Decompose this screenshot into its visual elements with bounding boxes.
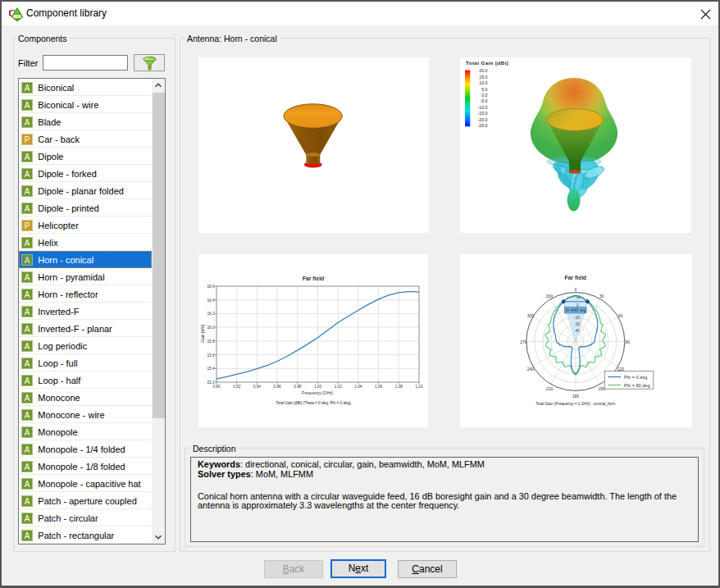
svg-text:5.0: 5.0 — [481, 87, 487, 92]
svg-text:1.10: 1.10 — [415, 385, 423, 389]
svg-text:270: 270 — [520, 340, 527, 344]
svg-text:0.0: 0.0 — [481, 93, 487, 98]
svg-text:10.0: 10.0 — [479, 80, 487, 85]
svg-text:1.06: 1.06 — [375, 385, 383, 389]
svg-text:Far field: Far field — [565, 275, 586, 280]
svg-text:Phi = 0 deg: Phi = 0 deg — [624, 375, 647, 380]
svg-text:0: 0 — [574, 287, 576, 292]
svg-text:Total Gain [dBi] (Theta = 0 de: Total Gain [dBi] (Theta = 0 deg; Phi = 0… — [276, 401, 351, 405]
svg-text:1.08: 1.08 — [395, 385, 403, 389]
svg-text:-15.0: -15.0 — [478, 111, 488, 116]
svg-text:Gain [dBi]: Gain [dBi] — [200, 324, 205, 343]
svg-text:Frequency [GHz]: Frequency [GHz] — [302, 390, 333, 395]
svg-text:Total Gain (Frequency = 1 GHz): Total Gain (Frequency = 1 GHz) - conical… — [535, 402, 615, 406]
svg-text:90: 90 — [626, 340, 631, 344]
svg-text:16.0: 16.0 — [207, 326, 215, 330]
svg-text:0.90: 0.90 — [212, 385, 221, 389]
svg-text:120: 120 — [617, 367, 625, 371]
svg-text:0.98: 0.98 — [294, 385, 302, 389]
svg-text:Phi = 90 deg: Phi = 90 deg — [624, 383, 650, 388]
svg-text:-10.0: -10.0 — [478, 105, 488, 110]
svg-text:20.0: 20.0 — [479, 68, 487, 73]
svg-text:-25.0: -25.0 — [478, 123, 488, 128]
svg-text:-30: -30 — [575, 322, 581, 326]
svg-text:180: 180 — [572, 394, 580, 399]
svg-text:30: 30 — [599, 294, 604, 299]
svg-text:0.94: 0.94 — [253, 385, 262, 389]
svg-text:0.96: 0.96 — [274, 385, 282, 389]
svg-text:0.92: 0.92 — [233, 385, 241, 389]
svg-text:150: 150 — [598, 386, 605, 391]
svg-text:60: 60 — [618, 313, 623, 318]
svg-text:-5.0: -5.0 — [480, 98, 487, 103]
svg-text:15.8: 15.8 — [207, 340, 215, 344]
svg-text:-20: -20 — [575, 316, 581, 320]
svg-text:Total Gain [dBi]: Total Gain [dBi] — [466, 60, 508, 66]
svg-text:1.02: 1.02 — [335, 385, 343, 389]
svg-text:1.04: 1.04 — [354, 385, 362, 389]
svg-text:210: 210 — [546, 386, 554, 391]
svg-text:240: 240 — [527, 367, 535, 371]
svg-text:16.4: 16.4 — [207, 299, 215, 303]
svg-text:-40: -40 — [575, 329, 581, 333]
svg-text:1.00: 1.00 — [314, 385, 322, 389]
svg-text:330: 330 — [546, 294, 554, 299]
svg-text:16.2: 16.2 — [207, 312, 215, 316]
svg-text:15.0: 15.0 — [479, 75, 487, 80]
svg-text:300: 300 — [527, 313, 535, 318]
svg-text:Far field: Far field — [303, 276, 324, 281]
svg-text:-20.0: -20.0 — [478, 117, 488, 122]
svg-text:15.4: 15.4 — [207, 367, 215, 371]
svg-text:30.4465 deg: 30.4465 deg — [565, 308, 586, 312]
svg-text:15.2: 15.2 — [207, 381, 215, 385]
svg-text:15.6: 15.6 — [207, 353, 215, 358]
svg-text:16.6: 16.6 — [207, 285, 215, 289]
